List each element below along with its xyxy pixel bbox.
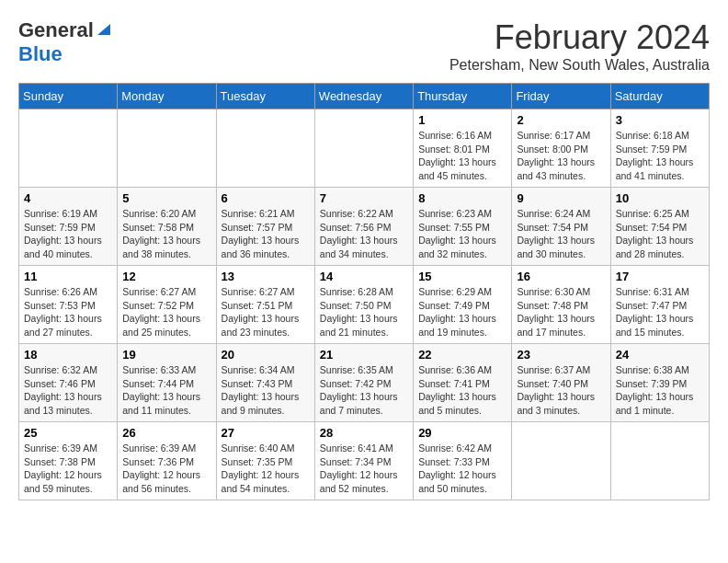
day-number: 28 <box>320 426 408 440</box>
svg-marker-0 <box>97 24 110 35</box>
calendar-cell <box>314 109 413 188</box>
calendar-cell: 20Sunrise: 6:34 AMSunset: 7:43 PMDayligh… <box>216 344 314 422</box>
day-number: 21 <box>320 348 408 362</box>
day-number: 25 <box>24 426 112 440</box>
calendar-week-row: 18Sunrise: 6:32 AMSunset: 7:46 PMDayligh… <box>19 344 710 422</box>
calendar-header-row: SundayMondayTuesdayWednesdayThursdayFrid… <box>19 84 710 109</box>
calendar-cell <box>512 422 610 500</box>
day-info: Sunrise: 6:40 AMSunset: 7:35 PMDaylight:… <box>222 442 310 496</box>
day-number: 10 <box>616 191 704 205</box>
day-number: 7 <box>320 191 408 205</box>
day-info: Sunrise: 6:23 AMSunset: 7:55 PMDaylight:… <box>418 207 506 261</box>
calendar-cell: 23Sunrise: 6:37 AMSunset: 7:40 PMDayligh… <box>512 344 610 422</box>
day-info: Sunrise: 6:36 AMSunset: 7:41 PMDaylight:… <box>418 363 506 418</box>
day-number: 14 <box>320 270 408 283</box>
location-title: Petersham, New South Wales, Australia <box>449 57 710 74</box>
day-info: Sunrise: 6:33 AMSunset: 7:44 PMDaylight:… <box>122 363 210 418</box>
day-number: 16 <box>517 270 605 283</box>
calendar-cell: 15Sunrise: 6:29 AMSunset: 7:49 PMDayligh… <box>414 266 512 344</box>
day-info: Sunrise: 6:42 AMSunset: 7:33 PMDaylight:… <box>418 442 506 496</box>
calendar-cell: 29Sunrise: 6:42 AMSunset: 7:33 PMDayligh… <box>414 422 512 500</box>
logo-general-text: General <box>18 18 94 42</box>
day-number: 4 <box>24 191 112 205</box>
day-info: Sunrise: 6:39 AMSunset: 7:36 PMDaylight:… <box>122 442 210 496</box>
day-number: 20 <box>222 348 310 362</box>
day-number: 11 <box>24 270 112 283</box>
day-info: Sunrise: 6:25 AMSunset: 7:54 PMDaylight:… <box>616 207 704 261</box>
calendar-cell: 18Sunrise: 6:32 AMSunset: 7:46 PMDayligh… <box>19 344 118 422</box>
day-number: 23 <box>517 348 605 362</box>
day-info: Sunrise: 6:26 AMSunset: 7:53 PMDaylight:… <box>24 285 112 339</box>
day-info: Sunrise: 6:21 AMSunset: 7:57 PMDaylight:… <box>222 207 310 261</box>
day-of-week-header: Tuesday <box>216 84 314 109</box>
calendar-cell: 28Sunrise: 6:41 AMSunset: 7:34 PMDayligh… <box>314 422 413 500</box>
day-number: 19 <box>122 348 210 362</box>
page-header: General Blue February 2024 Petersham, Ne… <box>18 18 710 74</box>
day-number: 1 <box>418 113 506 127</box>
day-info: Sunrise: 6:27 AMSunset: 7:51 PMDaylight:… <box>222 285 310 339</box>
calendar-cell: 4Sunrise: 6:19 AMSunset: 7:59 PMDaylight… <box>19 188 118 266</box>
day-number: 12 <box>122 270 210 283</box>
day-info: Sunrise: 6:34 AMSunset: 7:43 PMDaylight:… <box>222 363 310 418</box>
day-info: Sunrise: 6:22 AMSunset: 7:56 PMDaylight:… <box>320 207 408 261</box>
day-info: Sunrise: 6:37 AMSunset: 7:40 PMDaylight:… <box>517 363 605 418</box>
calendar-cell: 27Sunrise: 6:40 AMSunset: 7:35 PMDayligh… <box>216 422 314 500</box>
calendar-cell <box>118 109 216 188</box>
calendar-cell: 2Sunrise: 6:17 AMSunset: 8:00 PMDaylight… <box>512 109 610 188</box>
logo-icon <box>96 20 112 37</box>
day-info: Sunrise: 6:18 AMSunset: 7:59 PMDaylight:… <box>616 129 704 183</box>
day-of-week-header: Saturday <box>610 84 709 109</box>
calendar-cell: 3Sunrise: 6:18 AMSunset: 7:59 PMDaylight… <box>610 109 709 188</box>
calendar-table: SundayMondayTuesdayWednesdayThursdayFrid… <box>18 83 710 500</box>
day-number: 15 <box>418 270 506 283</box>
day-info: Sunrise: 6:28 AMSunset: 7:50 PMDaylight:… <box>320 285 408 339</box>
calendar-cell: 16Sunrise: 6:30 AMSunset: 7:48 PMDayligh… <box>512 266 610 344</box>
day-info: Sunrise: 6:32 AMSunset: 7:46 PMDaylight:… <box>24 363 112 418</box>
title-area: February 2024 Petersham, New South Wales… <box>449 18 710 74</box>
day-number: 3 <box>616 113 704 127</box>
day-of-week-header: Wednesday <box>314 84 413 109</box>
calendar-cell: 22Sunrise: 6:36 AMSunset: 7:41 PMDayligh… <box>414 344 512 422</box>
day-info: Sunrise: 6:31 AMSunset: 7:47 PMDaylight:… <box>616 285 704 339</box>
calendar-cell: 10Sunrise: 6:25 AMSunset: 7:54 PMDayligh… <box>610 188 709 266</box>
day-info: Sunrise: 6:17 AMSunset: 8:00 PMDaylight:… <box>517 129 605 183</box>
calendar-week-row: 4Sunrise: 6:19 AMSunset: 7:59 PMDaylight… <box>19 188 710 266</box>
calendar-cell: 11Sunrise: 6:26 AMSunset: 7:53 PMDayligh… <box>19 266 118 344</box>
calendar-week-row: 25Sunrise: 6:39 AMSunset: 7:38 PMDayligh… <box>19 422 710 500</box>
day-number: 6 <box>222 191 310 205</box>
day-number: 17 <box>616 270 704 283</box>
calendar-cell <box>19 109 118 188</box>
day-of-week-header: Friday <box>512 84 610 109</box>
day-number: 8 <box>418 191 506 205</box>
logo: General Blue <box>18 18 112 66</box>
day-number: 24 <box>616 348 704 362</box>
calendar-cell: 1Sunrise: 6:16 AMSunset: 8:01 PMDaylight… <box>414 109 512 188</box>
day-number: 26 <box>122 426 210 440</box>
calendar-body: 1Sunrise: 6:16 AMSunset: 8:01 PMDaylight… <box>19 109 710 500</box>
day-info: Sunrise: 6:20 AMSunset: 7:58 PMDaylight:… <box>122 207 210 261</box>
day-number: 27 <box>222 426 310 440</box>
calendar-cell: 5Sunrise: 6:20 AMSunset: 7:58 PMDaylight… <box>118 188 216 266</box>
day-info: Sunrise: 6:16 AMSunset: 8:01 PMDaylight:… <box>418 129 506 183</box>
calendar-cell: 14Sunrise: 6:28 AMSunset: 7:50 PMDayligh… <box>314 266 413 344</box>
month-title: February 2024 <box>449 18 710 57</box>
calendar-week-row: 11Sunrise: 6:26 AMSunset: 7:53 PMDayligh… <box>19 266 710 344</box>
day-number: 29 <box>418 426 506 440</box>
day-number: 13 <box>222 270 310 283</box>
day-number: 2 <box>517 113 605 127</box>
calendar-cell: 26Sunrise: 6:39 AMSunset: 7:36 PMDayligh… <box>118 422 216 500</box>
day-info: Sunrise: 6:41 AMSunset: 7:34 PMDaylight:… <box>320 442 408 496</box>
calendar-cell: 7Sunrise: 6:22 AMSunset: 7:56 PMDaylight… <box>314 188 413 266</box>
day-info: Sunrise: 6:29 AMSunset: 7:49 PMDaylight:… <box>418 285 506 339</box>
calendar-cell: 21Sunrise: 6:35 AMSunset: 7:42 PMDayligh… <box>314 344 413 422</box>
day-info: Sunrise: 6:19 AMSunset: 7:59 PMDaylight:… <box>24 207 112 261</box>
day-number: 22 <box>418 348 506 362</box>
calendar-cell: 25Sunrise: 6:39 AMSunset: 7:38 PMDayligh… <box>19 422 118 500</box>
calendar-cell <box>216 109 314 188</box>
day-info: Sunrise: 6:38 AMSunset: 7:39 PMDaylight:… <box>616 363 704 418</box>
logo-blue-text: Blue <box>18 42 63 66</box>
calendar-cell: 6Sunrise: 6:21 AMSunset: 7:57 PMDaylight… <box>216 188 314 266</box>
day-info: Sunrise: 6:30 AMSunset: 7:48 PMDaylight:… <box>517 285 605 339</box>
calendar-cell: 13Sunrise: 6:27 AMSunset: 7:51 PMDayligh… <box>216 266 314 344</box>
calendar-cell <box>610 422 709 500</box>
